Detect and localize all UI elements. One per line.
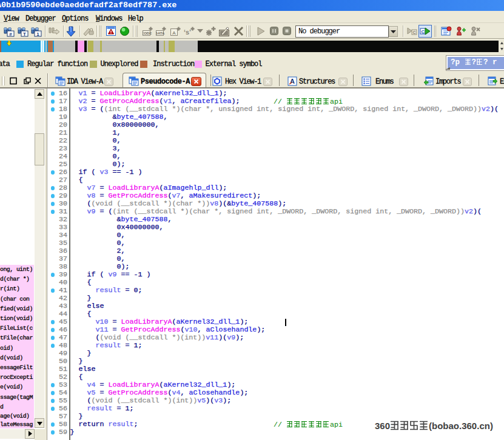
svg-text:CODE: CODE — [143, 32, 152, 35]
svg-text:#: # — [9, 32, 12, 37]
svg-text:C: C — [412, 30, 415, 35]
svg-text:T: T — [23, 32, 26, 37]
svg-text:‘s’: ‘s’ — [184, 28, 191, 36]
svg-text:1: 1 — [36, 32, 39, 37]
svg-text:A: A — [172, 30, 176, 36]
svg-text:DATA: DATA — [156, 32, 165, 35]
svg-text:C: C — [422, 29, 425, 35]
